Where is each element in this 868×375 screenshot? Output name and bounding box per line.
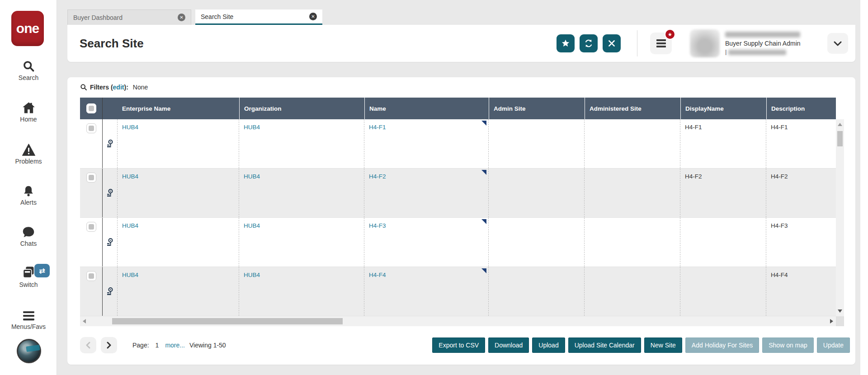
close-icon — [608, 40, 615, 47]
context-corner-icon[interactable] — [481, 219, 486, 224]
search-icon — [80, 84, 87, 91]
sidebar-item-home[interactable]: Home — [0, 100, 57, 123]
sidebar-item-search[interactable]: Search — [0, 59, 57, 81]
vertical-scroll-thumb[interactable] — [837, 131, 843, 146]
user-avatar[interactable] — [690, 29, 720, 57]
enterprise-link[interactable]: HUB4 — [122, 272, 138, 278]
organization-link[interactable]: HUB4 — [244, 272, 260, 278]
column-header-administered-site[interactable]: Administered Site — [585, 98, 680, 119]
column-header-admin-site[interactable]: Admin Site — [489, 98, 585, 119]
chevron-right-icon — [106, 342, 112, 349]
enterprise-link[interactable]: HUB4 — [122, 173, 138, 180]
next-page-button[interactable] — [101, 337, 117, 353]
column-header-enterprise-name[interactable]: Enterprise Name — [118, 98, 239, 119]
scroll-left-icon[interactable] — [83, 319, 86, 323]
more-pages-link[interactable]: more... — [165, 342, 185, 349]
organization-link[interactable]: HUB4 — [244, 173, 260, 180]
favorite-button[interactable] — [557, 34, 575, 52]
filters-label: Filters ( — [90, 84, 113, 91]
scroll-right-icon[interactable] — [830, 319, 833, 323]
row-checkbox[interactable] — [86, 123, 96, 133]
filters-edit-link[interactable]: edit — [113, 84, 124, 91]
sidebar-item-chats[interactable]: Chats — [0, 225, 57, 247]
context-corner-icon[interactable] — [481, 268, 486, 273]
displayname-cell: H4-F1 — [680, 119, 766, 168]
tab-search-site[interactable]: Search Site ✕ — [195, 9, 322, 25]
show-on-map-button: Show on map — [762, 338, 814, 353]
description-cell: H4-F3 — [766, 218, 836, 267]
enterprise-link[interactable]: HUB4 — [122, 124, 138, 131]
chevron-left-icon — [85, 342, 91, 349]
sidebar-item-alerts[interactable]: Alerts — [0, 183, 57, 206]
close-view-button[interactable] — [603, 34, 621, 52]
table-header-row: Enterprise Name Organization Name Admin … — [80, 98, 836, 119]
site-location-icon — [106, 287, 113, 295]
column-header-name[interactable]: Name — [364, 98, 489, 119]
organization-link[interactable]: HUB4 — [244, 222, 260, 229]
one-logo[interactable]: one — [11, 11, 44, 46]
site-name-link[interactable]: H4-F2 — [369, 173, 386, 180]
user-info: Buyer Supply Chain Admin | — [725, 32, 816, 55]
upload-button[interactable]: Upload — [532, 338, 565, 353]
row-checkbox[interactable] — [86, 222, 96, 232]
sites-table: Enterprise Name Organization Name Admin … — [80, 98, 844, 326]
viewing-range: Viewing 1-50 — [189, 342, 226, 349]
search-icon — [0, 59, 57, 72]
warning-icon — [0, 142, 57, 156]
site-name-link[interactable]: H4-F1 — [369, 124, 386, 131]
vertical-scrollbar[interactable] — [836, 119, 844, 316]
switch-badge-icon[interactable]: ⇄ — [34, 264, 50, 277]
tab-label: Search Site — [201, 13, 309, 20]
page-number[interactable]: 1 — [156, 342, 159, 349]
tab-buyer-dashboard[interactable]: Buyer Dashboard ✕ — [67, 9, 191, 25]
sidebar-item-label: Alerts — [0, 199, 57, 206]
site-name-link[interactable]: H4-F4 — [369, 272, 386, 278]
chat-icon — [0, 225, 57, 238]
action-buttons: Export to CSV Download Upload Upload Sit… — [429, 338, 850, 353]
new-site-button[interactable]: New Site — [644, 338, 682, 353]
update-button: Update — [817, 338, 850, 353]
scroll-up-icon[interactable] — [838, 123, 842, 126]
site-location-icon — [106, 238, 113, 246]
enterprise-link[interactable]: HUB4 — [122, 222, 138, 229]
upload-site-calendar-button[interactable]: Upload Site Calendar — [568, 338, 641, 353]
star-badge-icon: ★ — [665, 29, 675, 40]
download-button[interactable]: Download — [488, 338, 529, 353]
site-location-icon — [106, 140, 113, 148]
admin-site-cell — [489, 267, 585, 316]
sidebar-item-menus-favs[interactable]: Menus/Favs — [0, 308, 57, 330]
column-header-organization[interactable]: Organization — [239, 98, 364, 119]
icon-column-header — [103, 98, 118, 119]
export-to-csv-button[interactable]: Export to CSV — [432, 338, 485, 353]
scroll-down-icon[interactable] — [838, 309, 842, 313]
prev-page-button[interactable] — [80, 337, 96, 353]
displayname-cell: H4-F2 — [680, 169, 766, 217]
description-cell: H4-F2 — [766, 169, 836, 217]
select-all-checkbox[interactable] — [86, 103, 96, 113]
row-checkbox[interactable] — [86, 173, 96, 183]
column-header-description[interactable]: Description — [766, 98, 836, 119]
row-checkbox[interactable] — [86, 271, 96, 281]
site-name-link[interactable]: H4-F3 — [369, 222, 386, 229]
refresh-button[interactable] — [580, 34, 598, 52]
bell-icon — [0, 183, 57, 197]
results-card: Filters (edit): None Enterprise Name Org… — [67, 77, 855, 365]
horizontal-scroll-thumb[interactable] — [112, 318, 343, 324]
menu-icon — [656, 38, 666, 49]
horizontal-scrollbar[interactable] — [80, 316, 836, 326]
quick-menu-button[interactable]: ★ — [650, 33, 672, 54]
user-menu-button[interactable] — [827, 33, 848, 54]
close-icon[interactable]: ✕ — [309, 13, 317, 20]
sidebar-item-switch[interactable]: Switch ⇄ — [0, 266, 57, 288]
context-corner-icon[interactable] — [481, 121, 486, 126]
context-corner-icon[interactable] — [481, 170, 486, 175]
sidebar-item-problems[interactable]: Problems — [0, 142, 57, 165]
sidebar-item-label: Home — [0, 116, 57, 123]
sidebar-item-label: Search — [0, 74, 57, 81]
close-icon[interactable]: ✕ — [178, 14, 185, 21]
divider — [637, 30, 637, 56]
organization-link[interactable]: HUB4 — [244, 124, 260, 131]
column-header-displayname[interactable]: DisplayName — [680, 98, 766, 119]
filters-value: None — [133, 84, 148, 91]
sidebar-avatar[interactable] — [17, 339, 41, 363]
